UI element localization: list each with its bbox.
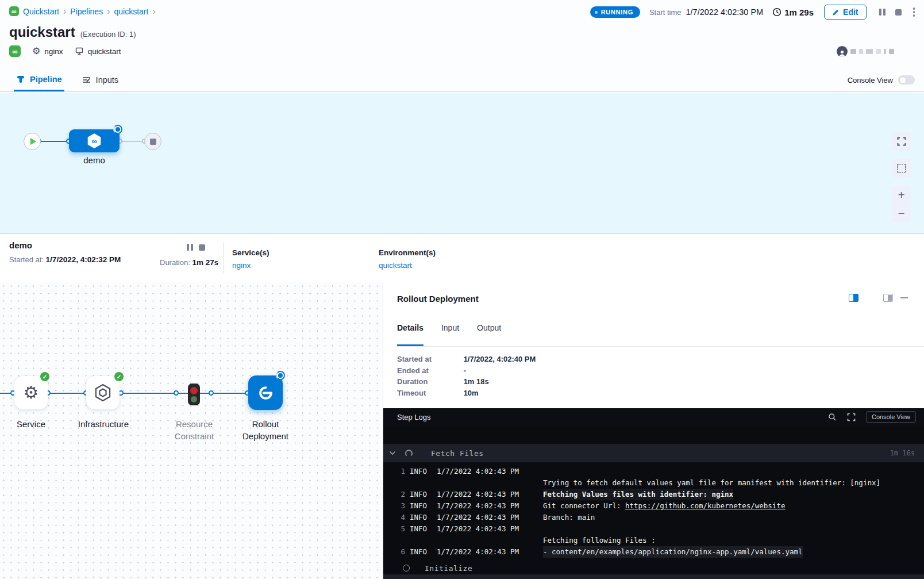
log-lines: 1INFO1/7/2022 4:02:43 PM Trying to fetch… (383, 466, 924, 558)
edge-stage-to-end (120, 141, 144, 142)
log-section-fetch-files[interactable]: Fetch Files 1m 16s (383, 444, 924, 462)
stage-controls (187, 244, 205, 251)
elapsed-time: 1m 29s (772, 7, 814, 17)
fullscreen-icon (897, 137, 906, 146)
git-connector-link[interactable]: https://github.com/kubernetes/website (625, 501, 785, 510)
canvas-fullscreen-button[interactable] (892, 132, 911, 151)
stage-node-demo[interactable]: ∞ (69, 129, 120, 152)
environment-icon (75, 47, 84, 56)
more-options-icon[interactable] (912, 6, 917, 18)
canvas-zoom-controls: + − (892, 186, 911, 223)
layout-right-panel-icon[interactable] (849, 294, 858, 302)
view-tabbar: Pipeline Inputs Console View (0, 68, 924, 91)
breadcrumb-link-pipelines[interactable]: Pipelines (70, 7, 103, 16)
log-search-icon[interactable] (828, 413, 837, 421)
cd-hexagon-icon: ∞ (86, 132, 103, 149)
redacted-text (859, 49, 863, 54)
inputs-icon (82, 75, 91, 85)
log-line: 6INFO1/7/2022 4:02:43 PM- content/en/exa… (383, 546, 924, 558)
status-badge: RUNNING (590, 6, 640, 18)
environment-link[interactable]: quickstart (379, 261, 436, 270)
section-name: Fetch Files (431, 449, 484, 458)
tab-details[interactable]: Details (397, 319, 424, 346)
section-name: Initialize (425, 564, 472, 573)
gear-icon: ⚙ (32, 47, 40, 56)
pipeline-end-node (144, 133, 161, 150)
redacted-text (866, 49, 873, 54)
step-logs-title: Step Logs (397, 413, 818, 421)
breadcrumb-separator: › (63, 7, 66, 16)
app-root: ∞ Quickstart › Pipelines › quickstart › … (0, 0, 924, 579)
pause-execution-icon[interactable] (879, 9, 886, 16)
step-node-resource-constraint[interactable] (188, 384, 200, 405)
log-line: 2INFO1/7/2022 4:02:43 PMFetching Values … (383, 489, 924, 500)
tab-inputs[interactable]: Inputs (79, 68, 121, 91)
layout-right-filled-icon[interactable] (883, 294, 893, 302)
marquee-icon (897, 164, 906, 172)
breadcrumb: ∞ Quickstart › Pipelines › quickstart › (9, 6, 156, 16)
panel-tabs: Details Input Output (397, 319, 924, 347)
step-node-service[interactable]: ⚙ (14, 376, 48, 409)
step-logs-panel: Step Logs Console View Fetch Files 1m 16… (383, 408, 924, 579)
success-check-icon: ✓ (40, 372, 49, 381)
bottom-split: ⚙ ✓ Service ✓ Infrastructure Resource Co… (0, 282, 924, 579)
graph-connector-dot (209, 390, 214, 396)
service-tag: ⚙ nginx (32, 47, 63, 56)
console-view-label: Console View (848, 76, 893, 85)
step-running-spinner (276, 371, 285, 380)
stage-details-bar: demo Started at: 1/7/2022, 4:02:32 PM Du… (0, 233, 924, 282)
pencil-icon (832, 9, 840, 16)
zoom-in-button[interactable]: + (892, 186, 911, 204)
console-view-toggle[interactable] (898, 75, 915, 85)
breadcrumb-link-pipeline[interactable]: quickstart (114, 7, 149, 16)
log-fullscreen-icon[interactable] (847, 413, 856, 421)
redacted-text (850, 49, 856, 54)
zoom-out-button[interactable]: − (892, 204, 911, 223)
log-line: 3INFO1/7/2022 4:02:43 PMGit connector Ur… (383, 500, 924, 512)
service-gear-icon: ⚙ (24, 384, 39, 401)
service-link[interactable]: nginx (232, 261, 270, 270)
stage-pause-icon[interactable] (187, 244, 193, 251)
panel-layout-controls (849, 294, 908, 302)
breadcrumb-separator: › (107, 7, 110, 16)
execution-actions: RUNNING Start time 1/7/2022 4:02:30 PM 1… (590, 5, 916, 20)
log-line: 5INFO1/7/2022 4:02:43 PM (383, 523, 924, 535)
tags-row: ∞ ⚙ nginx quickstart (9, 45, 121, 57)
svg-text:∞: ∞ (91, 137, 97, 145)
minimize-panel-icon[interactable] (900, 297, 908, 299)
console-view-control: Console View (848, 68, 915, 91)
step-node-rollout-deployment[interactable] (248, 375, 283, 410)
pipeline-icon (16, 75, 25, 84)
success-check-icon: ✓ (114, 372, 124, 381)
log-line: Trying to fetch default values yaml file… (383, 477, 924, 489)
step-node-infrastructure[interactable] (86, 376, 120, 409)
detail-row: Duration 1m 18s (397, 376, 536, 388)
log-console-view-button[interactable]: Console View (866, 411, 916, 423)
stop-execution-icon[interactable] (895, 9, 902, 16)
stage-stop-icon[interactable] (199, 244, 205, 251)
stage-name: demo (9, 240, 32, 250)
section-duration: 1m 16s (890, 449, 915, 457)
panel-title: Rollout Deployment (397, 294, 479, 304)
pipeline-start-node (24, 133, 41, 150)
traffic-light-red (190, 387, 198, 394)
stage-node-label: demo (60, 155, 129, 165)
log-section-initialize[interactable]: Initialize (383, 561, 924, 575)
edit-button[interactable]: Edit (824, 5, 866, 20)
infrastructure-hexagon-icon (93, 383, 113, 402)
step-label-resource-constraint: Resource Constraint (163, 418, 226, 442)
page-title: quickstart (9, 24, 75, 40)
services-column: Service(s) nginx (232, 248, 270, 270)
graph-edge (48, 393, 86, 394)
tab-input[interactable]: Input (441, 319, 459, 346)
canvas-select-button[interactable] (892, 159, 911, 178)
section-spinner-icon (405, 450, 413, 457)
environment-tag: quickstart (75, 47, 121, 56)
breadcrumb-link-project[interactable]: Quickstart (23, 7, 59, 16)
tab-pipeline[interactable]: Pipeline (14, 68, 64, 91)
pending-circle-icon (403, 565, 410, 572)
stage-started: Started at: 1/7/2022, 4:02:32 PM (9, 255, 121, 264)
execution-id: (Execution ID: 1) (80, 30, 136, 39)
step-details-panel: Rollout Deployment Details Input Output … (383, 282, 924, 579)
tab-output[interactable]: Output (477, 319, 501, 346)
